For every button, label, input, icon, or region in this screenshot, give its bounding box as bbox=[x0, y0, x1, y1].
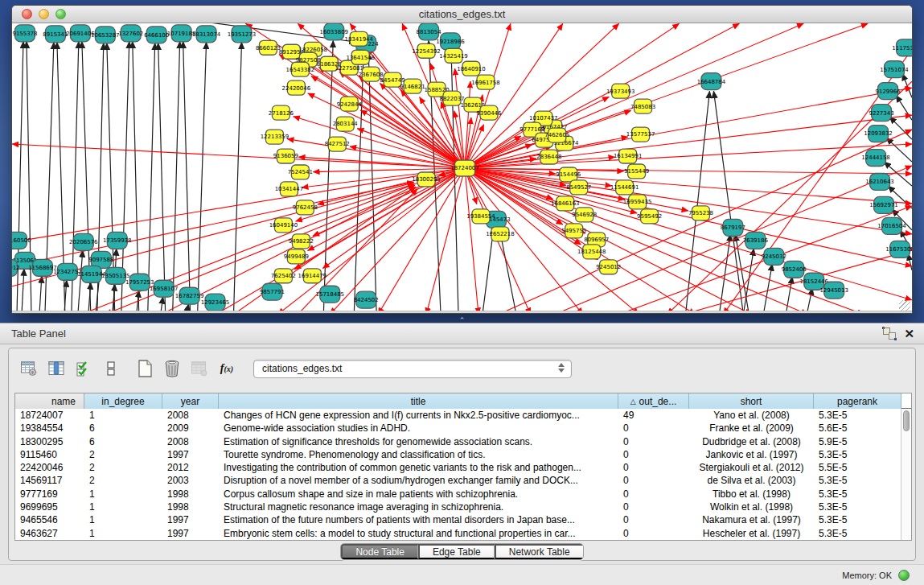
graph-node[interactable]: 5495755 bbox=[561, 224, 586, 238]
select-all-button[interactable] bbox=[72, 357, 96, 380]
graph-node[interactable]: 16914479 bbox=[298, 269, 326, 283]
table-row[interactable]: 969969511998Structural magnetic resonanc… bbox=[15, 501, 911, 513]
graph-node[interactable]: 9857791 bbox=[260, 283, 285, 300]
graph-node[interactable]: 2718126 bbox=[269, 105, 294, 120]
zoom-window-button[interactable] bbox=[55, 9, 66, 19]
graph-node[interactable]: 8427512 bbox=[325, 137, 350, 151]
graph-node[interactable]: 16961758 bbox=[471, 75, 499, 89]
tab-edge-table[interactable]: Edge Table bbox=[418, 544, 495, 559]
delete-column-button[interactable] bbox=[160, 357, 184, 380]
graph-node[interactable]: 9546928 bbox=[572, 208, 597, 222]
graph-node[interactable]: 13577537 bbox=[626, 127, 655, 142]
column-header-name[interactable]: name bbox=[15, 393, 84, 409]
close-window-button[interactable] bbox=[22, 9, 32, 19]
graph-node[interactable]: 18724007 bbox=[450, 160, 478, 176]
window-titlebar[interactable]: citations_edges.txt bbox=[12, 6, 912, 23]
graph-node[interactable]: 9762458 bbox=[293, 200, 318, 215]
graph-node[interactable]: 9146821 bbox=[400, 79, 425, 93]
graph-node[interactable]: 2803144 bbox=[333, 117, 359, 131]
table-row[interactable]: 911546021997Tourette syndrome. Phenomeno… bbox=[15, 448, 911, 461]
graph-node[interactable]: 18313074 bbox=[192, 26, 221, 43]
column-header-year[interactable]: year bbox=[162, 393, 219, 409]
graph-node[interactable]: 15718485 bbox=[316, 286, 344, 303]
network-canvas-container[interactable]: 9155378891534120691406106532871327602646… bbox=[12, 23, 912, 311]
graph-node[interactable]: 9129966 bbox=[876, 83, 901, 100]
table-vertical-scrollbar[interactable] bbox=[901, 409, 911, 540]
graph-node[interactable]: 6466100 bbox=[144, 27, 169, 43]
graph-node[interactable]: 12213359 bbox=[261, 130, 289, 144]
graph-node[interactable]: 16648784 bbox=[697, 73, 726, 90]
graph-node[interactable]: 11175324 bbox=[892, 39, 912, 56]
graph-node[interactable]: 16134991 bbox=[614, 149, 642, 163]
graph-node[interactable]: 1327602 bbox=[118, 25, 143, 42]
graph-node[interactable]: 12923465 bbox=[201, 294, 229, 311]
graph-node[interactable]: 14325419 bbox=[439, 48, 467, 63]
table-row[interactable]: 946362711997Embryonic stem cells: a mode… bbox=[15, 527, 911, 540]
column-header-pagerank[interactable]: pagerank bbox=[814, 393, 901, 409]
graph-node[interactable]: 9245012 bbox=[596, 260, 621, 274]
graph-node[interactable]: 11675305 bbox=[885, 241, 912, 257]
table-mode-button[interactable] bbox=[17, 357, 41, 380]
graph-node[interactable]: 7639186 bbox=[743, 232, 768, 249]
graph-node[interactable]: 7462605 bbox=[544, 128, 569, 142]
graph-node[interactable]: 9136059 bbox=[273, 149, 298, 163]
graph-node[interactable]: 19218986 bbox=[436, 33, 464, 50]
tab-network-table[interactable]: Network Table bbox=[495, 544, 583, 559]
graph-node[interactable]: 8813054 bbox=[417, 23, 442, 40]
graph-node[interactable]: 9155449 bbox=[624, 164, 649, 179]
table-row[interactable]: 1456911722003Disruption of a novel membe… bbox=[15, 474, 911, 487]
graph-node[interactable]: 8915341 bbox=[43, 26, 68, 43]
graph-node[interactable]: 7524541 bbox=[288, 165, 313, 179]
minimize-window-button[interactable] bbox=[39, 9, 49, 19]
column-header-title[interactable]: title bbox=[219, 393, 618, 409]
graph-node[interactable]: 9595492 bbox=[637, 209, 662, 224]
close-panel-icon[interactable]: ✕ bbox=[904, 328, 914, 340]
table-row[interactable]: 1830029562008Estimation of significance … bbox=[15, 435, 911, 448]
graph-node[interactable]: 9154496 bbox=[556, 167, 581, 182]
graph-node[interactable]: 8679197 bbox=[721, 219, 745, 236]
graph-node[interactable]: 19373493 bbox=[606, 84, 634, 98]
graph-node[interactable]: 7955238 bbox=[688, 206, 713, 220]
show-columns-button[interactable] bbox=[44, 357, 68, 380]
graph-node[interactable]: 7485083 bbox=[630, 99, 655, 113]
new-column-button[interactable] bbox=[133, 357, 157, 380]
graph-node[interactable]: 10341447 bbox=[275, 182, 303, 196]
tab-node-table[interactable]: Node Table bbox=[341, 544, 418, 559]
column-header-short[interactable]: short bbox=[689, 393, 814, 409]
unselect-all-button[interactable] bbox=[99, 357, 123, 380]
graph-node[interactable]: 8660123 bbox=[256, 40, 281, 55]
table-row[interactable]: 977716911998Corpus callosum shape and si… bbox=[15, 488, 911, 501]
graph-node[interactable]: 16782759 bbox=[175, 287, 203, 304]
graph-node[interactable]: 25160500 bbox=[12, 232, 31, 249]
graph-node[interactable]: 16049140 bbox=[269, 218, 298, 233]
function-builder-button[interactable]: f(x) bbox=[215, 357, 239, 380]
table-row[interactable]: 946554611997Estimation of the future num… bbox=[15, 513, 911, 526]
graph-node[interactable]: 9245032 bbox=[762, 248, 786, 265]
graph-node[interactable]: 10653287 bbox=[91, 27, 119, 43]
graph-node[interactable]: 12652218 bbox=[486, 227, 514, 241]
column-header-out_degree[interactable]: △out_de... bbox=[618, 393, 689, 409]
graph-node[interactable]: 9227343 bbox=[869, 105, 894, 122]
graph-node[interactable]: 15751074 bbox=[880, 61, 909, 78]
graph-node[interactable]: 9155378 bbox=[12, 25, 37, 42]
scrollbar-thumb[interactable] bbox=[903, 410, 910, 431]
table-row[interactable]: 2242004622012Investigating the contribut… bbox=[15, 461, 911, 474]
table-select[interactable]: citations_edges.txt bbox=[253, 360, 572, 378]
window-resize-grip[interactable] bbox=[899, 300, 910, 311]
graph-node[interactable]: 9390446 bbox=[476, 105, 501, 120]
table-row[interactable]: 1938455462009Genome-wide association stu… bbox=[15, 422, 911, 435]
float-panel-icon[interactable] bbox=[883, 328, 896, 340]
graph-node[interactable]: 9498222 bbox=[289, 234, 314, 249]
graph-node[interactable]: 16959435 bbox=[623, 195, 651, 209]
delete-table-button[interactable] bbox=[187, 357, 211, 380]
graph-node[interactable]: 18640910 bbox=[457, 61, 485, 76]
graph-node[interactable]: 22420046 bbox=[282, 80, 310, 95]
memory-indicator[interactable] bbox=[898, 570, 910, 581]
graph-node[interactable]: 8549527 bbox=[566, 180, 591, 195]
graph-node[interactable]: 2836448 bbox=[536, 150, 561, 164]
network-canvas[interactable]: 9155378891534120691406106532871327602646… bbox=[12, 23, 912, 311]
graph-node[interactable]: 8424502 bbox=[354, 291, 379, 308]
table-row[interactable]: 1872400712008Changes of HCN gene express… bbox=[15, 409, 911, 422]
graph-node[interactable]: 11544691 bbox=[610, 180, 639, 195]
graph-node[interactable]: 7625402 bbox=[271, 269, 296, 283]
